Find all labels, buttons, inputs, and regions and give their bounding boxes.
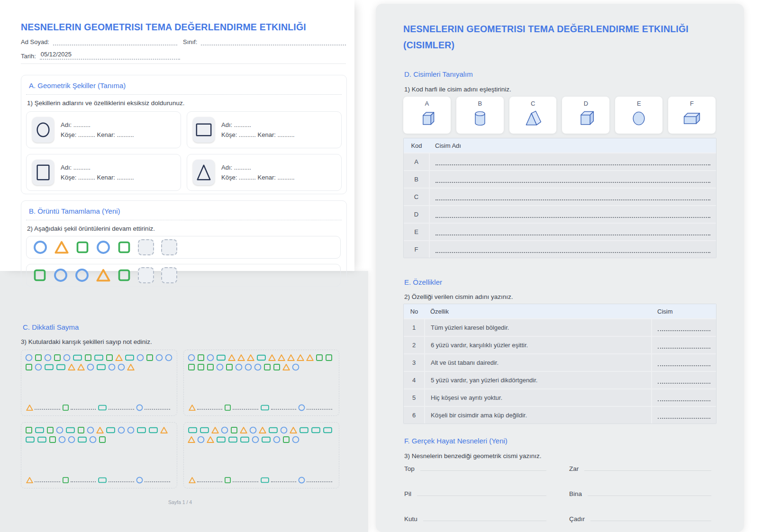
cisim-cell <box>652 371 716 389</box>
kod-table-row-C: C <box>404 188 716 206</box>
orange-triangle-icon <box>96 268 110 282</box>
teal-rectangle-icon <box>98 404 107 411</box>
green-square-icon <box>316 354 323 361</box>
ozellik-table-header: No Özellik Cisim <box>404 304 716 319</box>
shape-card-rect-portrait: Adı: .......... Köşe: .......... Kenar: … <box>26 154 181 191</box>
shape-edge-line: Köşe: .......... Kenar: .......... <box>61 130 134 140</box>
no-cell: 6 <box>404 406 425 424</box>
class-label: Sınıf: <box>183 38 197 45</box>
kod-cell: B <box>404 171 429 188</box>
shape-stream <box>25 426 173 443</box>
name-answer-line <box>53 38 177 45</box>
green-square-icon <box>224 477 231 484</box>
orange-triangle-icon <box>211 426 219 434</box>
orange-triangle-icon <box>268 354 276 361</box>
orange-triangle-icon <box>26 404 33 411</box>
solid-card-letter: F <box>690 100 694 107</box>
green-square-icon <box>33 269 46 282</box>
tally-answer-line <box>109 477 134 482</box>
name-label: Ad Soyad: <box>21 38 49 45</box>
tally-answer-line <box>197 477 223 482</box>
answer-line <box>435 194 710 200</box>
solid-card-letter: E <box>637 100 641 107</box>
answer-line <box>584 470 711 471</box>
shape-card-lines: Adı: .......... Köşe: .......... Kenar: … <box>61 120 134 140</box>
box-wide-icon <box>681 109 702 128</box>
orange-triangle-icon <box>259 426 266 434</box>
class-answer-line <box>201 38 346 45</box>
green-square-icon <box>118 241 131 254</box>
green-square-icon <box>118 269 131 282</box>
teal-rectangle-icon <box>188 426 198 434</box>
cisim-cell <box>652 406 716 424</box>
cisim-cell <box>652 389 716 406</box>
tally-answer-line <box>271 477 297 482</box>
kod-cell: D <box>404 206 429 223</box>
counting-box-2 <box>183 350 340 416</box>
right-title-line1: NESNELERIN GEOMETRISI TEMA DEĞERLENDIRME… <box>403 21 689 37</box>
cube-small-icon <box>417 109 437 128</box>
blue-circle-icon <box>207 354 214 361</box>
orange-triangle-icon <box>306 354 314 361</box>
orange-triangle-icon <box>188 436 195 443</box>
section-e-question: 2) Özelliği verilen cismin adını yazınız… <box>404 293 513 300</box>
section-b-panel: B. Örüntü Tamamlama (Yeni) 2) Aşağıdaki … <box>21 200 347 287</box>
answer-line <box>435 246 710 253</box>
square-shape-icon <box>34 162 52 183</box>
rectangle-shape-icon <box>195 119 213 141</box>
green-square-icon <box>62 477 69 484</box>
ozellik-cell: Köşeli bir cisimdir ama küp değildir. <box>425 406 652 424</box>
section-b-rule <box>26 220 342 220</box>
green-square-icon <box>46 426 54 434</box>
tally-row <box>189 404 335 411</box>
shape-stream <box>188 354 336 371</box>
shape-name-line: Adı: .......... <box>61 162 134 172</box>
section-a-panel: A. Geometrik Şekiller (Tanıma) 1) Şekill… <box>21 75 347 194</box>
teal-rectangle-icon <box>200 426 209 434</box>
blue-circle-icon <box>249 426 257 434</box>
teal-rectangle-icon <box>136 426 146 434</box>
shape-edge-line: Köşe: .......... Kenar: .......... <box>221 172 295 182</box>
green-square-icon <box>197 354 205 361</box>
green-square-icon <box>106 354 113 361</box>
kod-cell: C <box>404 188 429 206</box>
orange-triangle-icon <box>282 363 290 371</box>
teal-rectangle-icon <box>228 436 238 443</box>
object-label: Kutu <box>404 515 417 523</box>
answer-line <box>658 377 710 384</box>
object-label: Zar <box>569 465 579 472</box>
blue-circle-icon <box>118 426 125 434</box>
pattern-blank <box>161 267 177 283</box>
shape-edge-line: Köşe: .......... Kenar: .......... <box>221 130 295 140</box>
cisim-cell <box>652 354 716 371</box>
ozellik-table: No Özellik Cisim 1 Tüm yüzleri karesel b… <box>403 304 717 424</box>
counting-box-4 <box>183 422 340 488</box>
answer-line <box>435 159 710 165</box>
shape-stream <box>188 426 336 443</box>
shape-stream <box>25 354 173 371</box>
section-d-question: 1) Kod harfi ile cisim adını eşleştirini… <box>404 86 511 93</box>
section-f-heading: F. Gerçek Hayat Nesneleri (Yeni) <box>404 437 508 445</box>
green-square-icon <box>263 363 271 371</box>
ozellik-col-header: Özellik <box>425 304 652 319</box>
blue-circle-icon <box>87 426 94 434</box>
teal-rectangle-icon <box>37 436 47 443</box>
cisim-adi-col-header: Cisim Adı <box>429 138 716 153</box>
section-d-heading: D. Cisimleri Tanıyalım <box>404 70 473 78</box>
blue-circle-icon <box>63 354 71 361</box>
section-a-rule <box>26 94 342 95</box>
section-b-question: 2) Aşağıdaki şekil örüntülerini devam et… <box>27 225 155 232</box>
kod-table-row-A: A <box>404 153 716 171</box>
blue-circle-icon <box>44 354 52 361</box>
solid-card-E: E <box>615 97 662 134</box>
ozellik-table-row-5: 5 Hiç köşesi ve ayrıtı yoktur. <box>404 389 716 406</box>
green-square-icon <box>224 404 231 411</box>
blue-circle-icon <box>155 354 163 361</box>
cisim-col-header: Cisim <box>652 304 716 319</box>
triangle-shape-icon <box>195 162 213 183</box>
real-object-item-Bina: Bina <box>569 489 712 497</box>
cisim-adi-cell <box>429 241 716 258</box>
section-f-question: 3) Nesnelerin benzediği geometrik cismi … <box>404 452 542 460</box>
solid-cards-row: A B C D E F <box>403 97 716 134</box>
pattern-row-1 <box>26 236 341 259</box>
